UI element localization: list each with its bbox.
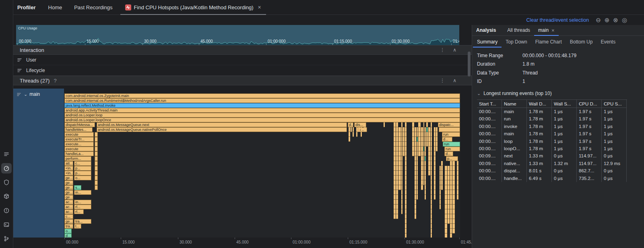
event-cell[interactable]: 00:00.... <box>477 175 502 182</box>
zoom-out-icon[interactable]: ⊖ <box>596 17 601 23</box>
flame-frame[interactable]: ge... <box>64 185 73 190</box>
event-cell[interactable]: 1.97 s <box>577 123 602 130</box>
event-cell[interactable]: 1.97 s <box>577 108 602 115</box>
flame-frame[interactable]: in... <box>74 200 91 205</box>
vertical-scrollbar[interactable] <box>468 52 471 76</box>
events-column-header[interactable]: Wall S... <box>552 100 577 108</box>
flame-frame[interactable]: dispatc... <box>438 122 460 127</box>
flame-frame[interactable]: in... <box>74 190 91 195</box>
events-column-header[interactable]: Start T... <box>477 100 502 108</box>
flame-dense-column[interactable] <box>445 166 447 238</box>
event-cell[interactable]: 735.2... <box>577 175 602 182</box>
flame-frame[interactable] <box>95 171 98 176</box>
flame-dense-column[interactable] <box>421 127 423 190</box>
tab-main[interactable]: main × <box>534 25 559 36</box>
zoom-to-selection-icon[interactable]: ◎ <box>622 17 627 23</box>
zoom-in-icon[interactable]: ⊕ <box>605 17 610 23</box>
flame-dense-column[interactable] <box>364 127 366 132</box>
event-cell[interactable]: 6.49 s <box>527 175 552 182</box>
flame-dense-column[interactable] <box>415 127 416 219</box>
flame-frame[interactable]: c... <box>74 161 91 166</box>
flame-dense-column[interactable] <box>353 127 354 137</box>
event-cell[interactable]: 1.78 m <box>527 130 552 137</box>
app-inspection-icon[interactable] <box>1 191 12 202</box>
event-cell[interactable]: 1.33 m <box>527 152 552 159</box>
flame-dense-column[interactable] <box>428 127 431 176</box>
flame-frame[interactable]: ac... <box>64 200 73 205</box>
flame-dense-column[interactable] <box>403 127 404 156</box>
thread-row-main[interactable]: ⌄ main <box>13 89 64 238</box>
flame-dense-column[interactable] <box>405 122 407 238</box>
tab-top-down[interactable]: Top Down <box>502 36 531 48</box>
terminal-icon[interactable] <box>1 219 12 230</box>
event-cell[interactable]: main <box>502 130 527 137</box>
tab-find-cpu-hotspots[interactable]: Find CPU Hotspots (Java/Kotlin Method Re… <box>120 0 266 15</box>
flame-dense-column[interactable] <box>448 166 450 224</box>
flame-frame[interactable]: d... <box>348 122 353 127</box>
longest-events-header[interactable]: ⌄ Longest running events (top 10) <box>472 87 644 99</box>
thread-expand-icon[interactable]: ⌄ <box>24 92 27 96</box>
flame-dense-column[interactable] <box>358 127 360 132</box>
flame-frame[interactable]: android.os.MessageQueue.next <box>97 122 347 127</box>
event-cell[interactable]: 1 μs <box>552 115 577 122</box>
flame-frame[interactable]: com.android.internal.os.RuntimeInit$Meth… <box>64 98 460 103</box>
flame-frame[interactable]: tra... <box>74 219 91 224</box>
flame-frame[interactable]: com.android.internal.os.ZygoteInit.main <box>64 93 460 98</box>
event-cell[interactable]: 0 μs <box>552 152 577 159</box>
flame-frame[interactable]: executeTr... <box>64 137 94 142</box>
events-column-header[interactable]: CPU S... <box>602 100 627 108</box>
flame-frame[interactable] <box>95 137 98 142</box>
flame-frame[interactable]: android.os.Looper.loop <box>64 113 460 118</box>
event-cell[interactable]: native... <box>502 160 527 167</box>
flame-frame[interactable] <box>95 161 98 166</box>
problems-icon[interactable] <box>1 205 12 216</box>
flame-frame[interactable] <box>95 166 98 171</box>
flame-frame[interactable]: o... <box>64 229 72 234</box>
event-cell[interactable]: 8.01 s <box>527 167 552 174</box>
nav-home[interactable]: Home <box>42 4 68 10</box>
flame-frame[interactable] <box>95 185 98 190</box>
flame-dense-column[interactable] <box>434 127 436 200</box>
event-cell[interactable]: 1 μs <box>602 115 627 122</box>
clear-selection-link[interactable]: Clear thread/event selection <box>526 17 589 23</box>
event-cell[interactable]: handle... <box>502 175 527 182</box>
flame-frame[interactable]: perform... <box>64 156 91 161</box>
event-cell[interactable]: 1.78 m <box>527 138 552 145</box>
flame-dense-column[interactable] <box>457 161 458 200</box>
event-cell[interactable]: 114.97... <box>577 152 602 159</box>
event-cell[interactable]: 00:00.... <box>477 108 502 115</box>
event-cell[interactable]: 00:09.... <box>477 152 502 159</box>
tab-all-threads[interactable]: All threads <box>503 25 534 36</box>
event-cell[interactable]: 1.97 s <box>577 145 602 152</box>
event-cell[interactable]: 1.33 m <box>527 160 552 167</box>
event-cell[interactable]: 00:00.... <box>477 123 502 130</box>
event-cell[interactable]: 00:00.... <box>477 130 502 137</box>
flame-dense-column[interactable] <box>396 122 398 219</box>
flame-frame[interactable]: execute <box>64 132 94 137</box>
flame-dense-column[interactable] <box>401 122 403 214</box>
interaction-menu-icon[interactable]: ⋮ <box>440 47 445 53</box>
interaction-collapse-icon[interactable]: ∧ <box>453 47 456 53</box>
event-cell[interactable]: 00:00.... <box>477 167 502 174</box>
flame-dense-column[interactable] <box>398 127 400 190</box>
flame-frame[interactable]: execute <box>64 147 94 151</box>
threads-menu-icon[interactable]: ⋮ <box>440 78 445 83</box>
flame-frame[interactable]: <in... <box>64 166 73 171</box>
event-cell[interactable]: 0 μs <box>602 167 627 174</box>
flame-dense-column[interactable] <box>418 122 420 156</box>
flame-dense-column[interactable] <box>356 127 358 137</box>
flame-frame[interactable]: ge... <box>64 190 73 195</box>
event-cell[interactable]: 1 μs <box>602 145 627 152</box>
flame-frame[interactable]: d... <box>442 137 452 142</box>
event-cell[interactable]: 1.78 m <box>527 108 552 115</box>
flame-frame[interactable] <box>425 156 426 161</box>
flame-frame[interactable]: handleLa... <box>64 151 94 156</box>
event-cell[interactable]: invoke <box>502 123 527 130</box>
flame-frame[interactable] <box>439 127 460 132</box>
event-cell[interactable]: 00:00.... <box>477 145 502 152</box>
event-cell[interactable]: 1 μs <box>552 130 577 137</box>
flame-frame[interactable] <box>95 180 98 185</box>
logcat-icon[interactable] <box>1 149 12 159</box>
flame-frame[interactable]: run <box>442 132 460 137</box>
flame-chart[interactable]: com.android.internal.os.ZygoteInit.mainc… <box>64 93 460 238</box>
